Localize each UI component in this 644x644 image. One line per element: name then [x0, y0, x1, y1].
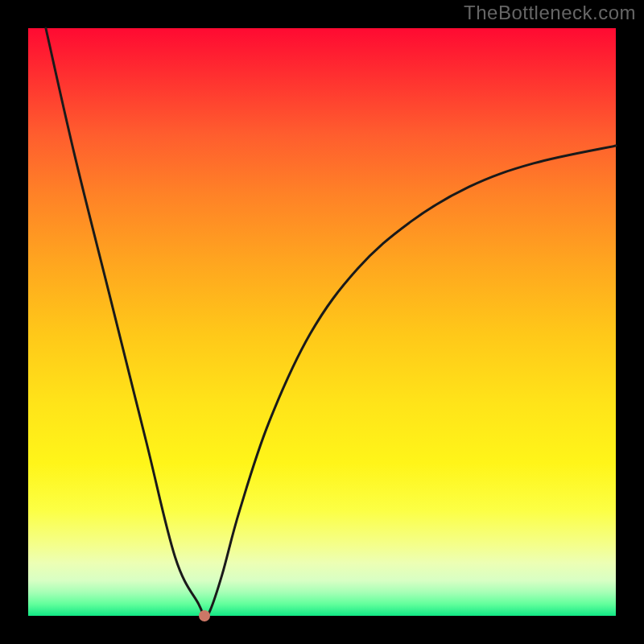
plot-area [28, 28, 616, 616]
min-point-dot [199, 610, 210, 621]
bottleneck-curve [46, 28, 616, 617]
chart-frame: TheBottleneck.com [0, 0, 644, 644]
watermark-text: TheBottleneck.com [464, 2, 636, 24]
curve-svg [28, 28, 616, 616]
